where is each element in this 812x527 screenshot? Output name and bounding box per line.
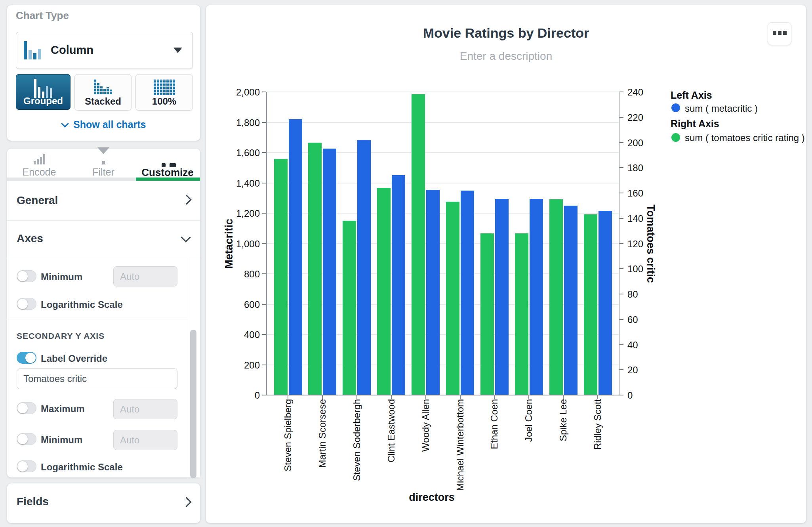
x-axis-tick [460,395,461,399]
right-axis-line [619,92,619,395]
right-axis-tick [619,218,623,219]
bar-tomatoes[interactable] [343,221,356,395]
bar-metacritic[interactable] [426,190,440,395]
left-axis-tick-label: 0 [230,390,260,401]
bar-metacritic[interactable] [357,140,371,395]
right-axis-tick-label: 220 [627,112,658,123]
gridline [267,92,619,92]
bar-metacritic[interactable] [495,199,509,395]
bar-metacritic[interactable] [392,175,405,395]
left-axis-tick [262,122,266,123]
x-axis-category-label: Spike Lee [558,399,568,441]
left-axis-tick [262,334,266,335]
left-axis-tick [262,92,266,92]
left-axis-tick-label: 400 [230,329,260,340]
plot-area: 02004006008001,0001,2001,4001,6001,8002,… [0,0,812,527]
bar-metacritic[interactable] [530,199,543,395]
left-axis-tick-label: 600 [230,299,260,310]
x-axis-tick [425,395,426,399]
right-axis-tick [619,319,623,320]
x-axis-tick [597,395,598,399]
left-axis-tick [262,243,266,244]
right-axis-title: Tomatoes critic [644,204,657,283]
x-axis-tick [288,395,288,399]
bar-metacritic[interactable] [323,149,336,395]
left-axis-tick [262,304,266,305]
right-axis-tick-label: 160 [627,188,658,199]
left-axis-tick-label: 800 [230,269,260,280]
bar-tomatoes[interactable] [515,233,528,395]
right-axis-tick-label: 40 [627,340,658,351]
x-axis-tick [494,395,495,399]
left-axis-tick-label: 1,600 [230,147,260,158]
right-axis-tick [619,193,623,193]
left-axis-tick [262,213,266,214]
bar-tomatoes[interactable] [446,202,459,395]
right-axis-tick [619,268,623,269]
x-axis-category-label: Joel Coen [524,399,534,442]
right-axis-tick [619,294,623,294]
bar-tomatoes[interactable] [377,188,391,395]
left-axis-tick [262,273,266,274]
x-axis-category-label: Ridley Scott [593,399,603,450]
left-axis-tick [262,152,266,153]
left-axis-tick-label: 1,400 [230,178,260,189]
right-axis-tick-label: 0 [627,390,658,401]
bar-tomatoes[interactable] [274,159,288,395]
legend-left-axis-header: Left Axis [671,90,712,101]
bar-metacritic[interactable] [564,206,578,395]
x-axis-line [266,395,619,395]
legend-right-axis-header: Right Axis [671,118,719,130]
right-axis-tick [619,142,623,143]
right-axis-tick [619,117,623,118]
legend-blue-dot [671,103,680,112]
left-axis-tick-label: 1,200 [230,208,260,219]
left-axis-title: Metacritic [223,219,235,269]
left-axis-tick [262,365,266,365]
left-axis-tick [262,183,266,183]
left-axis-tick-label: 2,000 [230,87,260,98]
app-window: Chart Type Column Grouped Stacked 100% S… [0,0,812,527]
x-axis-category-label: Michael Winterbottom [455,399,465,491]
x-axis-category-label: Steven Soderbergh [352,399,362,481]
right-axis-tick-label: 60 [627,314,658,325]
x-axis-category-label: Ethan Coen [489,399,499,449]
left-axis-line [266,92,267,395]
bar-metacritic[interactable] [289,119,302,395]
bar-metacritic[interactable] [599,211,612,395]
right-axis-tick [619,369,623,370]
right-axis-tick [619,395,623,395]
x-axis-tick [391,395,392,399]
bar-tomatoes[interactable] [412,94,425,395]
gridline [267,122,619,123]
x-axis-category-label: Woody Allen [421,399,431,452]
right-axis-tick [619,167,623,168]
x-axis-category-label: Clint Eastwood [386,399,396,462]
left-axis-tick [262,395,266,395]
right-axis-tick-label: 240 [627,87,658,98]
right-axis-tick-label: 80 [627,289,658,300]
right-axis-tick-label: 180 [627,162,658,174]
right-axis-tick [619,344,623,345]
right-axis-tick-label: 200 [627,137,658,149]
left-axis-tick-label: 200 [230,360,260,371]
x-axis-category-label: Steven Spielberg [283,399,293,472]
legend-green-dot [671,133,680,142]
bar-tomatoes[interactable] [584,214,597,395]
bar-tomatoes[interactable] [480,233,494,395]
bar-tomatoes[interactable] [308,143,322,395]
x-axis-category-label: Martin Scorsese [317,399,328,468]
left-axis-tick-label: 1,800 [230,117,260,128]
x-axis-title: directors [261,491,602,504]
x-axis-tick [528,395,529,399]
x-axis-tick [356,395,357,399]
right-axis-tick [619,92,623,92]
legend-right-item[interactable]: sum ( tomatoes critic rating ) [685,132,805,143]
bar-tomatoes[interactable] [549,199,563,395]
right-axis-tick-label: 20 [627,365,658,376]
bar-metacritic[interactable] [461,191,474,395]
legend-left-item[interactable]: sum ( metacritic ) [685,103,758,114]
x-axis-tick [322,395,323,399]
right-axis-tick [619,243,623,244]
x-axis-tick [563,395,564,399]
